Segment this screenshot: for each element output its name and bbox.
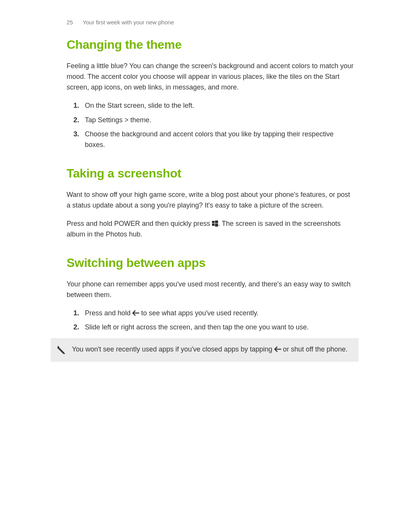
step-2-theme-label: theme xyxy=(131,116,150,124)
screenshot-mid: . The screen is saved in the xyxy=(218,220,304,227)
heading-switching-apps: Switching between apps xyxy=(67,256,354,270)
page-number: 25 xyxy=(67,19,73,26)
intro-switching-apps: Your phone can remember apps you've used… xyxy=(67,279,354,300)
note-text: You won't see recently used apps if you'… xyxy=(72,344,351,356)
intro-changing-theme: Feeling a little blue? You can change th… xyxy=(67,61,354,93)
note-box: You won't see recently used apps if you'… xyxy=(51,338,358,362)
screenshot-prefix: Press and hold POWER and then quickly pr… xyxy=(67,220,212,227)
svg-rect-1 xyxy=(215,220,218,223)
intro-screenshot: Want to show off your high game score, w… xyxy=(67,190,354,211)
heading-changing-theme: Changing the theme xyxy=(67,38,354,52)
pencil-note-icon xyxy=(51,344,72,356)
step-1: On the Start screen, slide to the left. xyxy=(67,101,354,111)
svg-rect-0 xyxy=(212,221,215,223)
screenshot-album-label: screenshots xyxy=(304,220,341,227)
steps-switching-apps: Press and hold to see what apps you've u… xyxy=(67,308,354,333)
svg-rect-2 xyxy=(212,224,215,226)
step-2: Tap Settings > theme. xyxy=(67,115,354,126)
step-2-prefix: Tap xyxy=(85,116,98,124)
switch-step1-suffix: to see what apps you've used recently. xyxy=(139,309,258,317)
back-arrow-icon-note xyxy=(274,345,281,350)
body-screenshot: Press and hold POWER and then quickly pr… xyxy=(67,219,354,240)
step-2-separator: > xyxy=(123,116,131,124)
note-prefix: You won't see recently used apps if you'… xyxy=(72,345,274,353)
windows-start-icon xyxy=(212,219,218,225)
chapter-title: Your first week with your new phone xyxy=(83,19,174,26)
page-content: 25 Your first week with your new phone C… xyxy=(0,0,411,381)
switch-step1-prefix: Press and hold xyxy=(85,309,132,317)
step-3: Choose the background and accent colors … xyxy=(67,129,354,150)
step-2-switching: Slide left or right across the screen, a… xyxy=(67,322,354,333)
screenshot-suffix: album in the Photos hub. xyxy=(67,230,142,238)
step-2-settings-label: Settings xyxy=(98,116,123,124)
step-1-switching: Press and hold to see what apps you've u… xyxy=(67,308,354,319)
svg-rect-3 xyxy=(215,224,218,227)
page-header: 25 Your first week with your new phone xyxy=(67,19,354,26)
heading-screenshot: Taking a screenshot xyxy=(67,166,354,181)
note-suffix: or shut off the phone. xyxy=(281,345,348,353)
steps-changing-theme: On the Start screen, slide to the left. … xyxy=(67,101,354,151)
step-2-suffix: . xyxy=(150,116,151,124)
back-arrow-icon xyxy=(132,308,139,314)
